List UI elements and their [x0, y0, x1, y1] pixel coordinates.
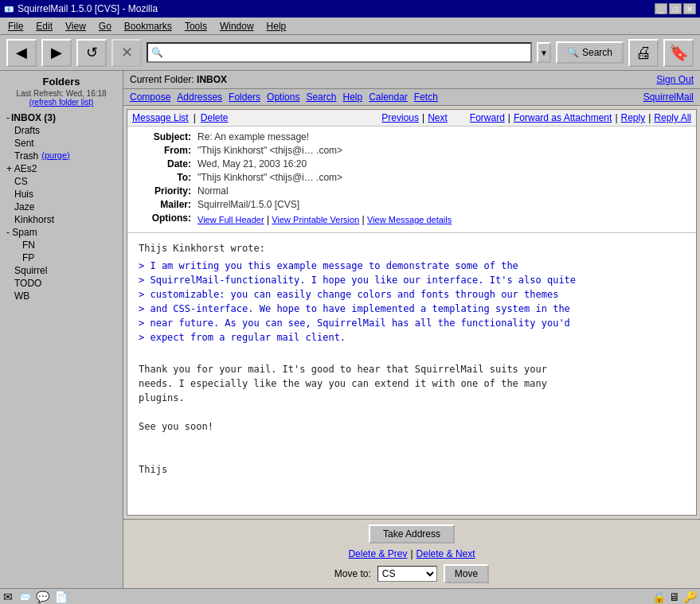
quoted-line-4: > and CSS-interface. We hope to have imp…	[139, 302, 685, 316]
folder-todo[interactable]: TODO	[3, 277, 119, 290]
to-value: "Thijs Kinkhorst" <thijs@i… .com>	[197, 172, 342, 183]
statusbar-chat-icon: 💬	[36, 590, 49, 603]
url-input[interactable]	[166, 47, 527, 58]
to-label: To:	[135, 172, 191, 183]
previous-link[interactable]: Previous	[381, 112, 419, 123]
content: Current Folder: INBOX Sign Out Compose A…	[123, 71, 700, 588]
menu-file[interactable]: File	[3, 19, 28, 33]
nav-folders[interactable]: Folders	[229, 92, 260, 103]
nav-addresses[interactable]: Addresses	[177, 92, 222, 103]
refresh-folder-link[interactable]: (refresh folder list)	[29, 98, 94, 107]
folder-huis-label: Huis	[14, 189, 33, 200]
date-row: Date: Wed, May 21, 2003 16:20	[135, 158, 688, 170]
folder-trash-label: Trash	[14, 150, 38, 162]
delete-link[interactable]: Delete	[201, 112, 229, 123]
print-button[interactable]: 🖨	[628, 39, 659, 67]
folder-inbox[interactable]: - INBOX (3)	[3, 111, 119, 124]
back-button[interactable]: ◀	[6, 39, 37, 67]
menu-help[interactable]: Help	[262, 19, 291, 33]
folder-aes2[interactable]: + AEs2	[3, 162, 119, 175]
folder-cs[interactable]: CS	[3, 175, 119, 188]
delete-nav-sep: |	[410, 548, 413, 559]
titlebar-left: 📧 SquirrelMail 1.5.0 [CVS] - Mozilla	[4, 3, 158, 14]
nav-help[interactable]: Help	[342, 92, 362, 103]
subject-value: Re: An example message!	[197, 131, 309, 142]
nav-search[interactable]: Search	[306, 92, 336, 103]
quoted-line-2: > SquirrelMail-functionality. I hope you…	[139, 273, 685, 287]
minimize-button[interactable]: _	[655, 3, 667, 14]
nav-options[interactable]: Options	[267, 92, 299, 103]
squirrelmail-link[interactable]: SquirrelMail	[643, 92, 694, 103]
delete-prev-link[interactable]: Delete & Prev	[348, 548, 407, 559]
view-full-header-link[interactable]: View Full Header	[197, 215, 264, 224]
forward-button[interactable]: ▶	[41, 39, 72, 67]
move-button[interactable]: Move	[444, 564, 489, 583]
delete-next-link[interactable]: Delete & Next	[416, 548, 475, 559]
statusbar-right: 🔒 🖥 🔑	[652, 590, 697, 603]
reply-all-link[interactable]: Reply All	[654, 112, 691, 123]
folder-wb[interactable]: WB	[3, 290, 119, 302]
forward-link[interactable]: Forward	[470, 112, 505, 123]
folder-drafts-label: Drafts	[14, 125, 40, 136]
folder-spam[interactable]: - Spam	[3, 226, 119, 239]
bookmark-icon: 🔖	[669, 43, 689, 62]
next-link[interactable]: Next	[428, 112, 448, 123]
folder-kinkhorst[interactable]: Kinkhorst	[3, 213, 119, 226]
menu-go[interactable]: Go	[94, 19, 116, 33]
options-label: Options:	[135, 212, 191, 225]
nav-calendar[interactable]: Calendar	[369, 92, 408, 103]
from-row: From: "Thijs Kinkhorst" <thijs@i… .com>	[135, 145, 688, 156]
reply-link[interactable]: Reply	[621, 112, 646, 123]
nav-fetch[interactable]: Fetch	[414, 92, 438, 103]
folder-todo-label: TODO	[14, 278, 41, 289]
folder-trash-purge[interactable]: (purge)	[41, 150, 69, 162]
folder-fn[interactable]: FN	[3, 239, 119, 251]
message-list-link[interactable]: Message List	[132, 112, 189, 123]
take-address-button[interactable]: Take Address	[369, 524, 455, 544]
bottom-toolbar: Take Address Delete & Prev | Delete & Ne…	[123, 519, 700, 588]
to-row: To: "Thijs Kinkhorst" <thijs@i… .com>	[135, 172, 688, 183]
close-button[interactable]: ✕	[683, 3, 696, 14]
menu-bookmarks[interactable]: Bookmarks	[119, 19, 177, 33]
sign-out-link[interactable]: Sign Out	[656, 74, 694, 85]
last-refresh-text: Last Refresh: Wed, 16:18	[16, 89, 106, 98]
menu-view[interactable]: View	[61, 19, 91, 33]
folder-wb-label: WB	[14, 290, 29, 302]
mailer-row: Mailer: SquirrelMail/1.5.0 [CVS]	[135, 199, 688, 210]
folder-aes2-label: + AEs2	[6, 163, 37, 174]
stop-button[interactable]: ✕	[111, 39, 142, 67]
view-message-details-link[interactable]: View Message details	[367, 215, 452, 224]
menu-window[interactable]: Window	[215, 19, 259, 33]
quoted-line-5: > near future. As you can see, SquirrelM…	[139, 316, 685, 330]
folder-huis[interactable]: Huis	[3, 188, 119, 201]
mailer-value: SquirrelMail/1.5.0 [CVS]	[197, 199, 299, 210]
restore-button[interactable]: □	[669, 3, 682, 14]
menu-tools[interactable]: Tools	[180, 19, 212, 33]
folder-trash[interactable]: Trash (purge)	[3, 150, 119, 162]
nav-compose[interactable]: Compose	[130, 92, 170, 103]
statusbar-mail-icon: ✉	[3, 590, 13, 603]
reload-button[interactable]: ↺	[76, 39, 107, 67]
folder-squirrel[interactable]: Squirrel	[3, 264, 119, 277]
sidebar-title: Folders	[3, 76, 119, 88]
bookmark-button[interactable]: 🔖	[663, 39, 694, 67]
content-header: Current Folder: INBOX Sign Out	[123, 71, 700, 89]
folder-fp[interactable]: FP	[3, 251, 119, 264]
forward-attachment-link[interactable]: Forward as Attachment	[514, 112, 612, 123]
url-dropdown[interactable]: ▼	[537, 42, 551, 63]
folder-drafts[interactable]: Drafts	[3, 124, 119, 137]
delete-nav-row: Delete & Prev | Delete & Next	[348, 548, 475, 559]
folder-squirrel-label: Squirrel	[14, 265, 47, 276]
status-bar: ✉ 📨 💬 📄 🔒 🖥 🔑	[0, 588, 700, 604]
mailer-label: Mailer:	[135, 199, 191, 210]
folder-sent[interactable]: Sent	[3, 137, 119, 150]
move-select[interactable]: CS Drafts Sent Trash AEs2 Huis Jaze Kink…	[377, 566, 437, 582]
search-button[interactable]: 🔍 Search	[556, 41, 624, 64]
subject-row: Subject: Re: An example message!	[135, 131, 688, 142]
view-printable-link[interactable]: View Printable Version	[272, 215, 359, 224]
url-bar: 🔍 ▼	[147, 42, 551, 63]
from-value: "Thijs Kinkhorst" <thijs@i… .com>	[197, 145, 342, 156]
menu-edit[interactable]: Edit	[31, 19, 57, 33]
see-you-soon: See you soon!	[139, 419, 685, 434]
folder-jaze[interactable]: Jaze	[3, 201, 119, 213]
